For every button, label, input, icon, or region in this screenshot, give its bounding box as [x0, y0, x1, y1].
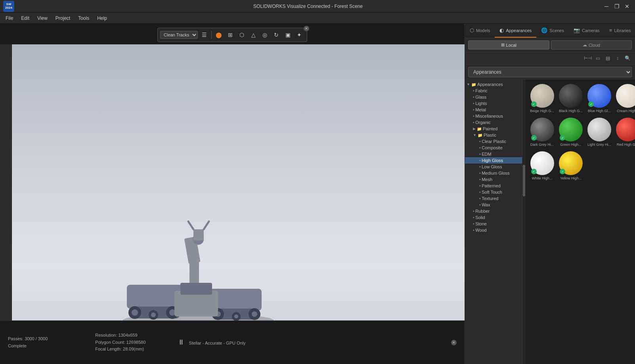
checkmark-beige: ✓: [531, 101, 537, 107]
local-tab-label: Local: [506, 43, 516, 48]
checkmark-green: ✓: [560, 135, 565, 141]
pause-icon[interactable]: ⏸: [178, 338, 185, 346]
panel-scrollbar[interactable]: [522, 80, 526, 364]
tree-organic[interactable]: ▪ Organic: [465, 119, 522, 126]
material-btn[interactable]: ⬡: [237, 30, 247, 40]
tree-rubber[interactable]: ▪ Rubber: [465, 208, 522, 214]
material-light-grey-high-gloss[interactable]: Light Grey Hi...: [586, 116, 612, 148]
menu-file[interactable]: File: [2, 14, 17, 22]
local-tab[interactable]: ⊞ Local: [468, 40, 549, 50]
tree-plastic[interactable]: ▼ 📁 Plastic: [465, 132, 522, 138]
material-green-high-gloss[interactable]: ✓ Green High...: [558, 116, 584, 148]
left-strip: [0, 44, 11, 364]
tree-wood[interactable]: ▪ Wood: [465, 227, 522, 233]
app-logo: SW2024: [3, 1, 14, 12]
tab-scenes[interactable]: 🌐 Scenes: [536, 24, 569, 38]
statusbar: Passes: 3000 / 3000 Complete Resolution:…: [0, 320, 465, 364]
tree-wax[interactable]: ▪ Wax: [465, 202, 522, 208]
menu-edit[interactable]: Edit: [17, 14, 33, 22]
material-light-grey-label: Light Grey Hi...: [587, 143, 611, 147]
tree-metal[interactable]: ▪ Metal: [465, 107, 522, 113]
viewport-area: ✕ Clean Tracks ☰ ⬤ ⊞ ⬡ △ ◎ ↻ ▣ ✦: [0, 24, 465, 364]
cloud-tab[interactable]: ☁ Cloud: [551, 40, 632, 50]
tab-models-label: Models: [476, 28, 490, 33]
render-mode-btn[interactable]: ⬤: [214, 30, 224, 40]
tree-low-gloss[interactable]: ▪ Low Gloss: [465, 164, 522, 170]
svg-rect-21: [193, 229, 204, 240]
tree-mesh[interactable]: ▪ Mesh: [465, 176, 522, 183]
cloud-tab-label: Cloud: [589, 43, 600, 48]
material-yellow-high-gloss[interactable]: ✓ Yellow High...: [558, 150, 584, 181]
material-black-high-gloss[interactable]: Black High G...: [558, 83, 584, 114]
tree-painted[interactable]: ▶ 📁 Painted: [465, 126, 522, 132]
title-text: SOLIDWORKS Visualize Connected - Forest …: [253, 4, 363, 9]
tree-edm[interactable]: ▪ EDM: [465, 151, 522, 157]
tree-lights[interactable]: ▪ Lights: [465, 100, 522, 107]
models-icon: ⬡: [470, 27, 474, 33]
tree-composite[interactable]: ▪ Composite: [465, 145, 522, 151]
camera-btn[interactable]: ▣: [283, 30, 293, 40]
effects-btn[interactable]: ✦: [294, 30, 304, 40]
tab-libraries[interactable]: ≡ Libraries: [604, 24, 635, 38]
material-grid: ✓ Beige High G... Black High G... ✓: [529, 83, 632, 181]
tree-textured[interactable]: ▪ Textured: [465, 195, 522, 202]
material-cream-high-gloss[interactable]: Cream High...: [615, 83, 635, 114]
material-dark-grey-high-gloss[interactable]: ✓ Dark Grey Hi...: [529, 116, 555, 148]
tab-cameras[interactable]: 📷 Cameras: [569, 24, 604, 38]
tree-soft-touch[interactable]: ▪ Soft Touch: [465, 189, 522, 195]
titlebar-left: SW2024: [3, 1, 14, 12]
appearances-dropdown[interactable]: Appearances: [468, 67, 632, 77]
model-view-btn[interactable]: ⊞: [225, 30, 235, 40]
close-button[interactable]: ✕: [622, 2, 632, 11]
panel-view-list-btn[interactable]: ▭: [593, 54, 602, 63]
minimize-button[interactable]: ─: [602, 2, 611, 11]
tab-appearances[interactable]: ◐ Appearances: [495, 24, 536, 38]
status-resolution: Resolution: 1304x659 Polygon Count: 1269…: [95, 332, 145, 353]
menu-btn[interactable]: ☰: [199, 30, 209, 40]
svg-line-23: [204, 221, 209, 229]
material-red-high-gloss[interactable]: Red High Gl...: [615, 116, 635, 148]
menu-view[interactable]: View: [33, 14, 52, 22]
panel-sort-btn[interactable]: ⊢⊣: [583, 54, 592, 63]
complete-label: Complete: [8, 343, 48, 350]
panel-filter-btn[interactable]: ↕: [613, 54, 622, 63]
scene-select[interactable]: Clean Tracks: [160, 31, 198, 39]
refresh-btn[interactable]: ↻: [271, 30, 281, 40]
panel-search-btn[interactable]: 🔍: [623, 54, 632, 63]
tab-libraries-label: Libraries: [614, 28, 631, 33]
tab-cameras-label: Cameras: [582, 28, 600, 33]
focal-label: Focal Length: 28.09(mm): [95, 346, 145, 353]
right-panel: ⬡ Models ◐ Appearances 🌐 Scenes 📷 Camera…: [465, 24, 635, 364]
tree-high-gloss[interactable]: ▪ High Gloss: [465, 157, 522, 164]
viewport[interactable]: [12, 44, 465, 364]
toolbar-close-icon[interactable]: ✕: [304, 26, 309, 31]
tree-appearances[interactable]: ▼ 📁 Appearances: [465, 81, 522, 88]
secondary-tabs: ⊞ Local ☁ Cloud: [465, 38, 635, 52]
menubar: File Edit View Project Tools Help: [0, 13, 635, 24]
tree-glass[interactable]: ▪ Glass: [465, 94, 522, 100]
panel-scrollbar-thumb[interactable]: [523, 165, 525, 196]
tree-solid[interactable]: ▪ Solid: [465, 214, 522, 221]
menu-tools[interactable]: Tools: [74, 14, 93, 22]
svg-point-14: [252, 311, 257, 317]
tab-models[interactable]: ⬡ Models: [465, 24, 495, 38]
menu-project[interactable]: Project: [52, 14, 74, 22]
tree-medium-gloss[interactable]: ▪ Medium Gloss: [465, 170, 522, 176]
material-beige-high-gloss[interactable]: ✓ Beige High G...: [529, 83, 555, 114]
material-blue-high-gloss[interactable]: ✓ Blue High Gl...: [586, 83, 612, 114]
tree-patterned[interactable]: ▪ Patterned: [465, 183, 522, 189]
tab-appearances-label: Appearances: [506, 28, 532, 33]
material-black-label: Black High G...: [559, 109, 583, 113]
tree-miscellaneous[interactable]: ▪ Miscellaneous: [465, 113, 522, 119]
tree-clear-plastic[interactable]: ▪ Clear Plastic: [465, 138, 522, 145]
material-white-high-gloss[interactable]: ✓ White High...: [529, 150, 555, 181]
material-white-label: White High...: [532, 176, 553, 180]
menu-help[interactable]: Help: [93, 14, 111, 22]
tree-fabric[interactable]: ▪ Fabric: [465, 88, 522, 94]
maximize-button[interactable]: ❐: [612, 2, 622, 11]
panel-view-grid-btn[interactable]: ▤: [603, 54, 612, 63]
status-close-btn[interactable]: ✕: [451, 340, 457, 345]
tree-stone[interactable]: ▪ Stone: [465, 221, 522, 227]
environment-btn[interactable]: ◎: [260, 30, 270, 40]
light-btn[interactable]: △: [248, 30, 258, 40]
